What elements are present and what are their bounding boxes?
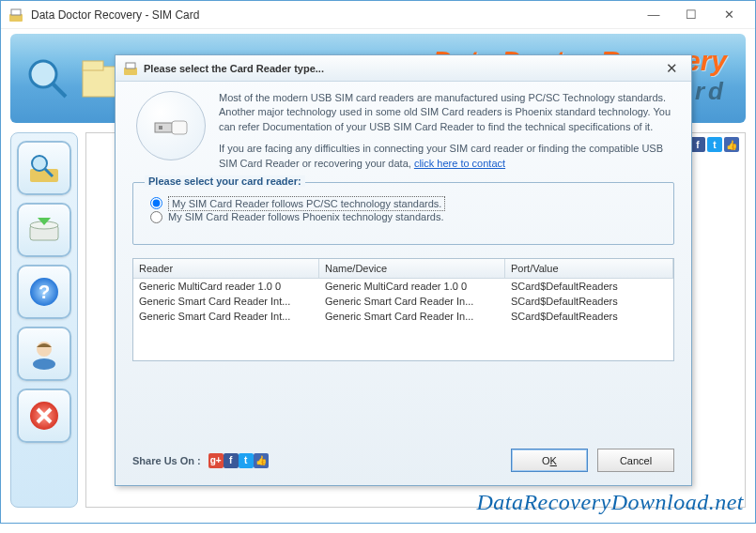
- sidebar-help-button[interactable]: ?: [17, 265, 71, 319]
- svg-point-7: [32, 156, 47, 171]
- like-icon[interactable]: 👍: [724, 137, 739, 152]
- usb-reader-icon: [136, 91, 206, 160]
- col-port[interactable]: Port/Value: [505, 259, 673, 278]
- svg-point-13: [33, 358, 55, 370]
- radio-pcsq-label: My SIM Card Reader follows PC/SC technol…: [168, 196, 445, 211]
- info-row: Most of the modern USB SIM card readers …: [132, 91, 674, 171]
- dialog-close-icon[interactable]: ✕: [659, 59, 684, 78]
- svg-rect-18: [155, 123, 172, 132]
- magnifier-icon: [24, 55, 71, 102]
- fieldset-legend: Please select your card reader:: [145, 175, 305, 187]
- contact-link[interactable]: click here to contact: [414, 158, 505, 169]
- share-like-icon[interactable]: 👍: [254, 453, 269, 468]
- dialog-title: Please select the Card Reader type...: [144, 63, 659, 74]
- sidebar-drive-button[interactable]: [17, 203, 71, 257]
- dialog-footer: Share Us On : g+ f t 👍 OK Cancel: [132, 449, 674, 472]
- minimize-button[interactable]: —: [635, 2, 672, 28]
- close-button[interactable]: ✕: [710, 2, 748, 28]
- svg-point-2: [30, 61, 56, 87]
- info-paragraph-2: If you are facing any difficulties in co…: [219, 142, 674, 171]
- card-reader-dialog: Please select the Card Reader type... ✕ …: [115, 54, 692, 486]
- main-window-title: Data Doctor Recovery - SIM Card: [31, 8, 635, 22]
- grid-header: Reader Name/Device Port/Value: [133, 259, 673, 279]
- main-titlebar: Data Doctor Recovery - SIM Card — ☐ ✕: [1, 1, 755, 29]
- col-reader[interactable]: Reader: [133, 259, 319, 278]
- twitter-icon[interactable]: t: [707, 137, 722, 152]
- radio-phoenix-label: My SIM Card Reader follows Phoenix techn…: [168, 211, 443, 222]
- table-row[interactable]: Generic Smart Card Reader Int... Generic…: [133, 294, 673, 309]
- dialog-titlebar: Please select the Card Reader type... ✕: [116, 55, 691, 82]
- dialog-icon: [123, 61, 138, 76]
- info-paragraph-1: Most of the modern USB SIM card readers …: [219, 91, 674, 134]
- ok-button[interactable]: OK: [511, 449, 588, 472]
- table-row[interactable]: Generic Smart Card Reader Int... Generic…: [133, 309, 673, 324]
- reader-fieldset: Please select your card reader: My SIM C…: [132, 182, 674, 245]
- svg-rect-17: [126, 63, 135, 69]
- radio-pcsq[interactable]: My SIM Card Reader follows PC/SC technol…: [150, 196, 656, 211]
- sidebar-close-button[interactable]: [17, 388, 71, 443]
- sidebar: ?: [10, 132, 78, 508]
- share-label: Share Us On :: [132, 455, 201, 466]
- radio-pcsq-input[interactable]: [150, 197, 162, 209]
- sidebar-user-button[interactable]: [17, 327, 71, 381]
- app-icon: [8, 8, 23, 23]
- maximize-button[interactable]: ☐: [672, 2, 710, 28]
- reader-grid: Reader Name/Device Port/Value Generic Mu…: [132, 258, 674, 361]
- radio-phoenix-input[interactable]: [150, 211, 162, 223]
- cancel-button[interactable]: Cancel: [597, 449, 674, 472]
- svg-rect-1: [11, 9, 21, 15]
- radio-phoenix[interactable]: My SIM Card Reader follows Phoenix techn…: [150, 211, 656, 223]
- facebook-icon[interactable]: f: [690, 137, 705, 152]
- sidebar-search-button[interactable]: [17, 141, 71, 195]
- col-name[interactable]: Name/Device: [319, 259, 505, 278]
- share-facebook-icon[interactable]: f: [224, 453, 239, 468]
- svg-rect-5: [83, 61, 103, 70]
- svg-rect-20: [159, 126, 162, 129]
- svg-line-3: [53, 84, 66, 97]
- svg-text:?: ?: [39, 282, 50, 302]
- svg-rect-19: [172, 121, 187, 134]
- brand-subtitle: rd: [695, 77, 727, 106]
- share-googleplus-icon[interactable]: g+: [208, 453, 224, 468]
- watermark: DataRecoveryDownload.net: [476, 490, 744, 515]
- svg-rect-6: [30, 169, 58, 182]
- share-twitter-icon[interactable]: t: [239, 453, 254, 468]
- table-row[interactable]: Generic MultiCard reader 1.0 0 Generic M…: [133, 279, 673, 294]
- grid-body: Generic MultiCard reader 1.0 0 Generic M…: [133, 279, 673, 324]
